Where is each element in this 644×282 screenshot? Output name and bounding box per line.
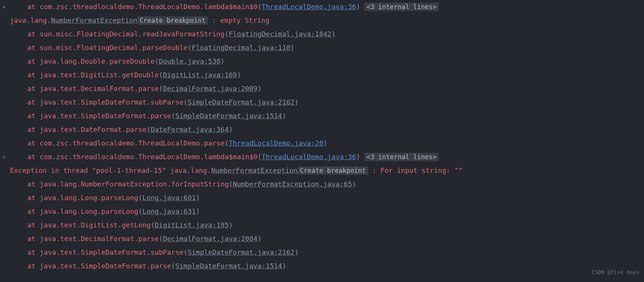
trace-text: ) xyxy=(237,71,241,79)
at-keyword: at xyxy=(27,207,40,215)
source-link[interactable]: Long.java:601 xyxy=(142,194,196,202)
stack-trace-line: Exception in thread "pool-1-thread-15" j… xyxy=(0,164,644,177)
stack-trace-line: at java.text.SimpleDateFormat.parse(Simp… xyxy=(0,109,644,123)
trace-text: ) xyxy=(282,112,286,120)
trace-text: Exception in thread "pool-1-thread-15" j… xyxy=(10,166,211,174)
trace-text: ) xyxy=(282,262,286,270)
internal-lines-badge[interactable]: <3 internal lines> xyxy=(364,153,439,161)
trace-text: java.text.DecimalFormat.parse xyxy=(40,85,159,92)
stack-trace-line: at java.lang.Long.parseLong(Long.java:63… xyxy=(0,205,644,218)
at-keyword: at xyxy=(27,153,40,161)
source-link[interactable]: NumberFormatException.java:65 xyxy=(233,180,352,188)
trace-text: com.zsc.threadlocaldemo.ThreadLocalDemo.… xyxy=(40,3,258,11)
trace-text: : For input string: "" xyxy=(368,166,463,174)
stack-trace-line: at java.lang.Long.parseLong(Long.java:60… xyxy=(0,191,644,205)
at-keyword: at xyxy=(27,262,40,270)
at-keyword: at xyxy=(27,85,40,92)
trace-text: com.zsc.threadlocaldemo.ThreadLocalDemo.… xyxy=(40,153,258,161)
stack-trace-line: at java.text.SimpleDateFormat.parse(Simp… xyxy=(0,259,644,270)
fold-toggle-icon[interactable]: > xyxy=(2,150,5,164)
source-link[interactable]: ThreadLocalDemo.java:36 xyxy=(262,3,356,11)
at-keyword: at xyxy=(27,98,40,106)
trace-text: java.text.DecimalFormat.parse xyxy=(40,235,159,243)
trace-text: ) xyxy=(258,85,262,92)
trace-text: ) xyxy=(291,44,295,52)
trace-text: sun.misc.FloatingDecimal.readJavaFormatS… xyxy=(40,30,225,38)
stack-trace-line: java.lang.NumberFormatExceptionCreate br… xyxy=(0,14,644,27)
trace-text: ( xyxy=(138,207,143,215)
trace-text: java.text.DateFormat.parse xyxy=(40,125,147,133)
trace-text: ( xyxy=(146,125,151,133)
source-link[interactable]: FloatingDecimal.java:110 xyxy=(192,44,291,52)
source-link[interactable]: SimpleDateFormat.java:1514 xyxy=(175,262,282,270)
stack-trace-line: at java.text.DateFormat.parse(DateFormat… xyxy=(0,123,644,136)
stack-trace-line: at java.text.DigitList.getDouble(DigitLi… xyxy=(0,68,644,82)
source-link[interactable]: DigitList.java:195 xyxy=(155,221,229,229)
trace-text: ( xyxy=(155,57,159,65)
at-keyword: at xyxy=(27,3,40,11)
stack-trace-line: at java.text.DecimalFormat.parse(Decimal… xyxy=(0,82,644,96)
trace-text: java.text.SimpleDateFormat.subParse xyxy=(40,248,184,256)
trace-text: ( xyxy=(138,194,143,202)
trace-text: ) xyxy=(356,153,364,161)
trace-text: java.lang. xyxy=(10,16,51,24)
source-link[interactable]: FloatingDecimal.java:1842 xyxy=(229,30,331,38)
internal-lines-badge[interactable]: <3 internal lines> xyxy=(364,3,439,11)
trace-text: com.zsc.threadlocaldemo.ThreadLocalDemo.… xyxy=(40,139,225,147)
source-link[interactable]: DecimalFormat.java:2084 xyxy=(163,235,258,243)
source-link[interactable]: ThreadLocalDemo.java:28 xyxy=(229,139,323,147)
source-link[interactable]: ThreadLocalDemo.java:36 xyxy=(262,153,356,161)
trace-text: sun.misc.FloatingDecimal.parseDouble xyxy=(40,44,188,52)
trace-text: java.text.DigitList.getDouble xyxy=(40,71,159,79)
at-keyword: at xyxy=(27,112,40,120)
trace-text: java.text.SimpleDateFormat.parse xyxy=(40,112,171,120)
trace-text: ( xyxy=(159,235,163,243)
source-link[interactable]: SimpleDateFormat.java:2162 xyxy=(188,98,295,106)
fold-toggle-icon[interactable]: > xyxy=(2,0,5,14)
stack-trace-line: at sun.misc.FloatingDecimal.readJavaForm… xyxy=(0,27,644,41)
trace-text: ( xyxy=(258,153,262,161)
trace-text: ) xyxy=(331,30,336,38)
stack-trace-line: at com.zsc.threadlocaldemo.ThreadLocalDe… xyxy=(0,136,644,150)
trace-text: ( xyxy=(229,180,233,188)
watermark: CSDN @five days xyxy=(592,265,639,279)
trace-text: ( xyxy=(171,262,175,270)
trace-text: ( xyxy=(184,248,188,256)
trace-text: ) xyxy=(352,180,356,188)
source-link[interactable]: DecimalFormat.java:2089 xyxy=(163,85,258,92)
trace-text: ( xyxy=(159,85,163,92)
trace-text: ( xyxy=(184,98,188,106)
at-keyword: at xyxy=(27,44,40,52)
trace-text: ) xyxy=(294,98,298,106)
source-link[interactable]: SimpleDateFormat.java:2162 xyxy=(188,248,295,256)
source-link[interactable]: NumberFormatException xyxy=(51,16,137,24)
at-keyword: at xyxy=(27,248,40,256)
source-link[interactable]: SimpleDateFormat.java:1514 xyxy=(175,112,282,120)
stack-trace-line: at sun.misc.FloatingDecimal.parseDouble(… xyxy=(0,41,644,55)
trace-text: ( xyxy=(159,71,163,79)
source-link[interactable]: DigitList.java:169 xyxy=(163,71,237,79)
trace-text: java.lang.Long.parseLong xyxy=(40,194,138,202)
at-keyword: at xyxy=(27,235,40,243)
source-link[interactable]: NumberFormatException xyxy=(211,166,298,174)
create-breakpoint-button[interactable]: Create breakpoint xyxy=(298,166,368,175)
stack-trace-line: >at com.zsc.threadlocaldemo.ThreadLocalD… xyxy=(0,0,644,14)
trace-text: ) xyxy=(294,248,298,256)
stack-trace-line: at java.text.SimpleDateFormat.subParse(S… xyxy=(0,96,644,109)
source-link[interactable]: Long.java:631 xyxy=(142,207,196,215)
trace-text: ( xyxy=(171,112,175,120)
stack-trace-line: at java.lang.Double.parseDouble(Double.j… xyxy=(0,55,644,68)
source-link[interactable]: Double.java:538 xyxy=(159,57,221,65)
trace-text: ) xyxy=(220,57,225,65)
at-keyword: at xyxy=(27,139,40,147)
at-keyword: at xyxy=(27,221,40,229)
trace-text: ) xyxy=(356,3,364,11)
source-link[interactable]: DateFormat.java:364 xyxy=(151,125,229,133)
trace-text: ) xyxy=(258,235,262,243)
trace-text: java.text.SimpleDateFormat.subParse xyxy=(40,98,184,106)
stack-trace-line: at java.text.DecimalFormat.parse(Decimal… xyxy=(0,232,644,246)
trace-text: ( xyxy=(151,221,155,229)
trace-text: ( xyxy=(188,44,192,52)
create-breakpoint-button[interactable]: Create breakpoint xyxy=(137,16,208,25)
trace-text: java.lang.Double.parseDouble xyxy=(40,57,155,65)
